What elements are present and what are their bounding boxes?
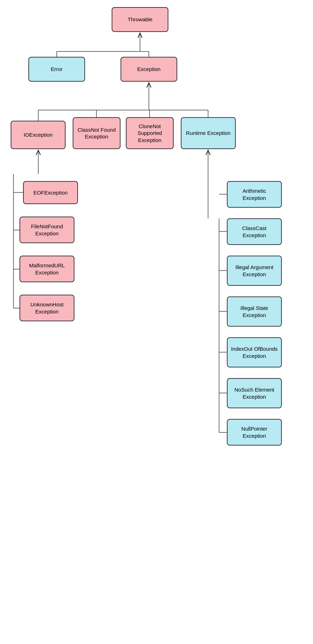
node-illegalstate: Illegal State Exception — [227, 296, 282, 327]
node-exception: Exception — [121, 57, 177, 82]
node-classcast: ClassCast Exception — [227, 218, 282, 245]
node-arithmetic: Arithmetic Exception — [227, 181, 282, 208]
node-runtime: Runtime Exception — [181, 117, 236, 149]
class-hierarchy-diagram: Throwable Error Exception IOException Cl… — [0, 0, 313, 644]
node-unknownhost: UnknownHost Exception — [19, 295, 74, 321]
node-indexoutofbounds: IndexOut OfBounds Exception — [227, 337, 282, 367]
node-nullpointer: NullPointer Exception — [227, 419, 282, 446]
node-ioexception: IOException — [11, 121, 66, 149]
node-error: Error — [28, 57, 85, 82]
node-clonenotsupported: CloneNot Supported Exception — [126, 117, 174, 149]
node-throwable: Throwable — [112, 7, 168, 32]
node-malformedurl: MalformedURL Exception — [19, 256, 74, 282]
node-nosuchelement: NoSuch Element Exception — [227, 378, 282, 408]
node-eofexception: EOFException — [23, 181, 78, 204]
node-filenotfound: FileNotFound Exception — [19, 217, 74, 243]
node-classnotfound: ClassNot Found Exception — [73, 117, 121, 149]
node-illegalargument: Illegal Argument Exception — [227, 256, 282, 286]
